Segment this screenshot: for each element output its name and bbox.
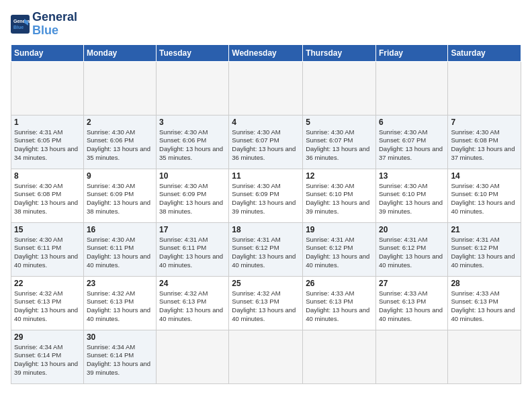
day-number: 9 — [87, 171, 153, 181]
day-number: 1 — [14, 118, 81, 127]
day-number: 17 — [159, 225, 226, 234]
day-number: 13 — [379, 171, 445, 181]
day-info: Sunrise: 4:31 AMSunset: 6:12 PMDaylight:… — [306, 236, 373, 270]
day-info: Sunrise: 4:32 AMSunset: 6:13 PMDaylight:… — [14, 289, 81, 324]
calendar-table: Sunday Monday Tuesday Wednesday Thursday… — [11, 44, 521, 384]
day-number: 16 — [87, 225, 153, 234]
day-number: 2 — [87, 118, 153, 127]
day-info: Sunrise: 4:30 AMSunset: 6:08 PMDaylight:… — [14, 182, 81, 216]
col-sunday: Sunday — [11, 44, 84, 61]
table-row: 23 Sunrise: 4:32 AMSunset: 6:13 PMDaylig… — [83, 276, 156, 330]
table-row — [375, 61, 447, 115]
table-row — [229, 61, 303, 115]
day-info: Sunrise: 4:30 AMSunset: 6:10 PMDaylight:… — [306, 182, 373, 216]
day-info: Sunrise: 4:30 AMSunset: 6:11 PMDaylight:… — [87, 236, 153, 270]
table-row: 6 Sunrise: 4:30 AMSunset: 6:07 PMDayligh… — [375, 115, 447, 169]
day-info: Sunrise: 4:33 AMSunset: 6:13 PMDaylight:… — [306, 289, 373, 324]
col-tuesday: Tuesday — [157, 44, 229, 61]
table-row: 3 Sunrise: 4:30 AMSunset: 6:06 PMDayligh… — [157, 115, 229, 169]
day-info: Sunrise: 4:30 AMSunset: 6:11 PMDaylight:… — [14, 236, 81, 270]
day-info: Sunrise: 4:30 AMSunset: 6:09 PMDaylight:… — [232, 182, 300, 216]
day-info: Sunrise: 4:33 AMSunset: 6:13 PMDaylight:… — [379, 289, 445, 324]
day-info: Sunrise: 4:31 AMSunset: 6:12 PMDaylight:… — [379, 236, 445, 270]
calendar-row-2: 8 Sunrise: 4:30 AMSunset: 6:08 PMDayligh… — [11, 169, 521, 222]
calendar-row-3: 15 Sunrise: 4:30 AMSunset: 6:11 PMDaylig… — [11, 222, 521, 276]
day-number: 3 — [159, 118, 226, 127]
table-row: 26 Sunrise: 4:33 AMSunset: 6:13 PMDaylig… — [303, 276, 376, 330]
table-row — [11, 61, 84, 115]
table-row — [448, 330, 521, 383]
day-info: Sunrise: 4:34 AMSunset: 6:14 PMDaylight:… — [14, 343, 81, 377]
day-number: 20 — [379, 225, 445, 234]
day-info: Sunrise: 4:32 AMSunset: 6:13 PMDaylight:… — [87, 289, 153, 324]
calendar-row-5: 29 Sunrise: 4:34 AMSunset: 6:14 PMDaylig… — [11, 330, 521, 383]
col-wednesday: Wednesday — [229, 44, 303, 61]
table-row: 25 Sunrise: 4:32 AMSunset: 6:13 PMDaylig… — [229, 276, 303, 330]
table-row: 4 Sunrise: 4:30 AMSunset: 6:07 PMDayligh… — [229, 115, 303, 169]
day-number: 24 — [159, 279, 226, 288]
table-row: 14 Sunrise: 4:30 AMSunset: 6:10 PMDaylig… — [448, 169, 521, 222]
table-row — [303, 61, 376, 115]
calendar-row-0 — [11, 61, 521, 115]
header: General Blue GeneralBlue — [11, 11, 521, 38]
calendar-row-4: 22 Sunrise: 4:32 AMSunset: 6:13 PMDaylig… — [11, 276, 521, 330]
table-row — [83, 61, 156, 115]
day-info: Sunrise: 4:31 AMSunset: 6:05 PMDaylight:… — [14, 128, 81, 163]
day-number: 10 — [159, 171, 226, 181]
logo-icon: General Blue — [11, 15, 30, 34]
day-number: 15 — [14, 225, 81, 234]
calendar-row-1: 1 Sunrise: 4:31 AMSunset: 6:05 PMDayligh… — [11, 115, 521, 169]
table-row: 2 Sunrise: 4:30 AMSunset: 6:06 PMDayligh… — [83, 115, 156, 169]
table-row: 15 Sunrise: 4:30 AMSunset: 6:11 PMDaylig… — [11, 222, 84, 276]
table-row: 19 Sunrise: 4:31 AMSunset: 6:12 PMDaylig… — [303, 222, 376, 276]
table-row: 5 Sunrise: 4:30 AMSunset: 6:07 PMDayligh… — [303, 115, 376, 169]
day-number: 6 — [379, 118, 445, 127]
day-info: Sunrise: 4:30 AMSunset: 6:06 PMDaylight:… — [159, 128, 226, 163]
table-row — [157, 330, 229, 383]
col-monday: Monday — [83, 44, 156, 61]
day-number: 8 — [14, 171, 81, 181]
day-number: 5 — [306, 118, 373, 127]
table-row: 20 Sunrise: 4:31 AMSunset: 6:12 PMDaylig… — [375, 222, 447, 276]
table-row: 8 Sunrise: 4:30 AMSunset: 6:08 PMDayligh… — [11, 169, 84, 222]
table-row: 17 Sunrise: 4:31 AMSunset: 6:11 PMDaylig… — [157, 222, 229, 276]
table-row — [303, 330, 376, 383]
day-info: Sunrise: 4:34 AMSunset: 6:14 PMDaylight:… — [87, 343, 153, 377]
table-row: 7 Sunrise: 4:30 AMSunset: 6:08 PMDayligh… — [448, 115, 521, 169]
day-number: 22 — [14, 279, 81, 288]
table-row: 21 Sunrise: 4:31 AMSunset: 6:12 PMDaylig… — [448, 222, 521, 276]
table-row: 27 Sunrise: 4:33 AMSunset: 6:13 PMDaylig… — [375, 276, 447, 330]
logo-text: GeneralBlue — [32, 11, 77, 38]
day-info: Sunrise: 4:30 AMSunset: 6:07 PMDaylight:… — [379, 128, 445, 163]
day-number: 11 — [232, 171, 300, 181]
page: General Blue GeneralBlue Sunday Monday T… — [0, 0, 532, 411]
table-row — [375, 330, 447, 383]
day-number: 25 — [232, 279, 300, 288]
day-number: 26 — [306, 279, 373, 288]
table-row — [448, 61, 521, 115]
svg-text:Blue: Blue — [13, 25, 24, 30]
day-number: 28 — [451, 279, 518, 288]
day-info: Sunrise: 4:30 AMSunset: 6:10 PMDaylight:… — [379, 182, 445, 216]
day-number: 29 — [14, 332, 81, 342]
table-row: 18 Sunrise: 4:31 AMSunset: 6:12 PMDaylig… — [229, 222, 303, 276]
day-info: Sunrise: 4:30 AMSunset: 6:09 PMDaylight:… — [159, 182, 226, 216]
col-friday: Friday — [375, 44, 447, 61]
table-row: 16 Sunrise: 4:30 AMSunset: 6:11 PMDaylig… — [83, 222, 156, 276]
day-info: Sunrise: 4:30 AMSunset: 6:07 PMDaylight:… — [306, 128, 373, 163]
table-row: 10 Sunrise: 4:30 AMSunset: 6:09 PMDaylig… — [157, 169, 229, 222]
table-row: 11 Sunrise: 4:30 AMSunset: 6:09 PMDaylig… — [229, 169, 303, 222]
table-row: 13 Sunrise: 4:30 AMSunset: 6:10 PMDaylig… — [375, 169, 447, 222]
day-number: 18 — [232, 225, 300, 234]
table-row: 12 Sunrise: 4:30 AMSunset: 6:10 PMDaylig… — [303, 169, 376, 222]
day-number: 21 — [451, 225, 518, 234]
day-info: Sunrise: 4:30 AMSunset: 6:07 PMDaylight:… — [232, 128, 300, 163]
table-row — [229, 330, 303, 383]
table-row: 1 Sunrise: 4:31 AMSunset: 6:05 PMDayligh… — [11, 115, 84, 169]
col-thursday: Thursday — [303, 44, 376, 61]
col-saturday: Saturday — [448, 44, 521, 61]
table-row: 22 Sunrise: 4:32 AMSunset: 6:13 PMDaylig… — [11, 276, 84, 330]
day-info: Sunrise: 4:32 AMSunset: 6:13 PMDaylight:… — [232, 289, 300, 324]
day-info: Sunrise: 4:31 AMSunset: 6:12 PMDaylight:… — [451, 236, 518, 270]
day-info: Sunrise: 4:30 AMSunset: 6:06 PMDaylight:… — [87, 128, 153, 163]
